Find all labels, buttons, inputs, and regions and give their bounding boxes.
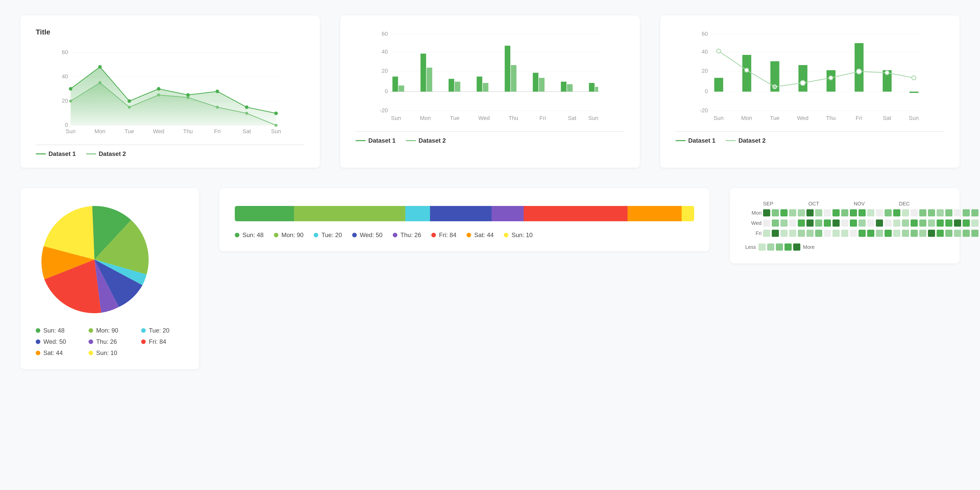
sb-label-thu: Thu: 26 [401,231,421,239]
svg-rect-53 [505,46,511,92]
dashboard: Title 60 40 20 0 [0,0,980,490]
stacked-segment-fri [524,206,628,221]
heatmap-cell [876,209,883,216]
bar-legend-2: Dataset 2 [406,137,446,144]
svg-rect-60 [595,87,598,92]
heatmap-cell [841,209,848,216]
heatmap-cell [971,209,978,216]
svg-point-90 [800,80,805,86]
svg-rect-58 [567,84,573,92]
pie-label-sun2: Sun: 10 [96,349,118,356]
heatmap-cell [824,209,831,216]
heatmap-more-label: More [803,244,815,250]
heatmap-cell [963,220,970,227]
svg-rect-82 [798,65,807,92]
heatmap-cell [945,209,953,216]
pie-legend-thu: Thu: 26 [89,338,131,345]
sb-legend-thu: Thu: 26 [393,231,421,239]
svg-text:Thu: Thu [183,128,193,135]
sb-legend-fri: Fri: 84 [431,231,456,239]
svg-text:40: 40 [702,48,708,55]
heatmap-legend: Less More [745,243,944,251]
pie-legend-sat: Sat: 44 [36,349,78,356]
svg-rect-84 [854,43,863,92]
bar-legend-line-1 [355,140,366,141]
svg-text:40: 40 [62,73,68,80]
combo-legend-label-2: Dataset 2 [738,137,765,144]
bar-legend-line-2 [406,140,416,141]
svg-text:Fri: Fri [539,115,546,121]
svg-rect-49 [449,79,454,92]
heatmap-cell [824,220,831,227]
heatmap-cell [937,220,944,227]
sb-dot-thu [393,233,397,237]
svg-text:Fri: Fri [214,128,221,135]
heatmap-cell [798,230,805,237]
heatmap-cell [867,209,874,216]
stacked-bar-card: Sun: 48 Mon: 90 Tue: 20 Wed: 50 Thu: 26 [220,188,710,251]
heatmap-cell [841,230,848,237]
heatmap-legend-cell-2 [767,243,774,251]
sb-dot-wed [352,233,357,237]
heatmap-row: Wed [745,220,944,227]
heatmap-cell [867,220,874,227]
pie-label-thu: Thu: 26 [96,338,117,345]
svg-text:20: 20 [702,68,708,74]
area-chart-svg: 60 40 20 0 [36,41,304,138]
svg-text:20: 20 [382,68,388,74]
stacked-segment-sun [235,206,294,221]
heatmap-cell [859,230,865,237]
heatmap-cell [971,220,978,227]
svg-text:Wed: Wed [479,115,490,121]
sb-legend-wed: Wed: 50 [352,231,383,239]
heatmap-cell [919,220,926,227]
heatmap-cell [902,209,909,216]
heatmap-row-label: Wed [745,220,762,226]
sb-label-fri: Fri: 84 [439,231,456,239]
pie-dot-tue [141,328,146,333]
sb-legend-sun: Sun: 48 [235,231,264,239]
sb-label-sat: Sat: 44 [474,231,493,239]
stacked-segment-sun2 [682,206,694,221]
svg-text:Sun: Sun [588,115,598,121]
svg-text:Mon: Mon [420,115,431,121]
svg-text:Tue: Tue [124,128,134,135]
svg-rect-51 [477,76,482,92]
svg-rect-55 [533,73,538,92]
heatmap-cell [945,220,953,227]
heatmap-cell [928,209,935,216]
svg-point-89 [773,85,776,89]
legend-item-dataset2: Dataset 2 [86,150,126,158]
heatmap-cell [824,230,831,237]
heatmap-cell [850,220,857,227]
svg-rect-57 [561,82,566,92]
svg-rect-52 [483,83,488,92]
heatmap-cell [919,230,926,237]
heatmap-oct-label: OCT [808,201,854,207]
pie-dot-sat [36,351,40,355]
svg-text:-20: -20 [700,107,708,114]
svg-text:Sun: Sun [391,115,401,121]
heatmap-cell [789,220,796,227]
svg-marker-17 [71,67,276,125]
heatmap-cell [954,230,961,237]
heatmap-cell [971,230,978,237]
svg-text:Sun: Sun [65,128,76,135]
bar-legend-label-2: Dataset 2 [418,137,446,144]
sb-label-wed: Wed: 50 [360,231,383,239]
heatmap-cell [798,220,805,227]
heatmap-cell [807,220,814,227]
heatmap-cell [902,220,909,227]
heatmap-cell [832,220,840,227]
svg-point-19 [98,65,102,68]
heatmap-legend-cell-4 [784,243,792,251]
svg-text:0: 0 [385,88,388,94]
sb-legend-mon: Mon: 90 [274,231,304,239]
heatmap-less-label: Less [745,244,756,250]
heatmap-cell [807,209,814,216]
svg-point-21 [157,87,161,91]
pie-dot-mon [89,328,93,333]
pie-dot-sun [36,328,40,333]
heatmap-row: Mon [745,209,944,216]
heatmap-cell [876,220,883,227]
